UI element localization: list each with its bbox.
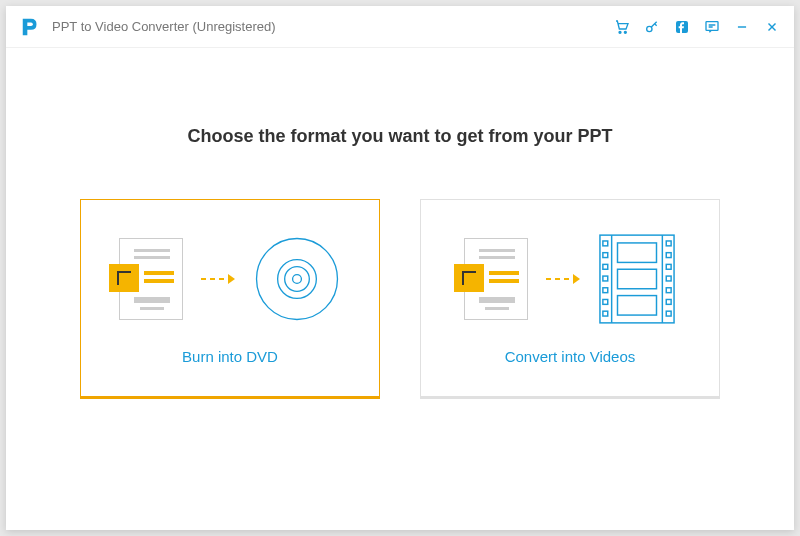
titlebar-actions — [614, 19, 780, 35]
key-icon[interactable] — [644, 19, 660, 35]
svg-point-2 — [647, 26, 652, 31]
close-icon[interactable] — [764, 19, 780, 35]
svg-rect-15 — [618, 243, 657, 262]
svg-rect-24 — [603, 311, 608, 316]
svg-rect-17 — [618, 296, 657, 316]
svg-rect-21 — [603, 276, 608, 281]
svg-rect-27 — [666, 264, 671, 269]
svg-point-9 — [278, 260, 317, 299]
svg-rect-25 — [666, 241, 671, 246]
svg-rect-18 — [603, 241, 608, 246]
svg-rect-26 — [666, 253, 671, 258]
svg-rect-30 — [666, 299, 671, 304]
titlebar: PPT to Video Converter (Unregistered) — [6, 6, 794, 48]
facebook-icon[interactable] — [674, 19, 690, 35]
arrow-icon — [546, 274, 580, 284]
minimize-icon[interactable] — [734, 19, 750, 35]
ppt-document-icon — [464, 238, 528, 320]
app-logo-icon — [20, 16, 42, 38]
svg-rect-22 — [603, 288, 608, 293]
dvd-graphic — [100, 224, 360, 334]
svg-point-0 — [619, 31, 621, 33]
svg-point-11 — [293, 275, 302, 284]
svg-rect-29 — [666, 288, 671, 293]
main-content: Choose the format you want to get from y… — [6, 48, 794, 530]
arrow-icon — [201, 274, 235, 284]
svg-point-1 — [624, 31, 626, 33]
option-label: Burn into DVD — [182, 348, 278, 365]
option-burn-dvd[interactable]: Burn into DVD — [80, 199, 380, 399]
format-options: Burn into DVD — [80, 199, 720, 399]
svg-point-10 — [285, 267, 310, 292]
svg-rect-20 — [603, 264, 608, 269]
shopping-cart-icon[interactable] — [614, 19, 630, 35]
svg-rect-23 — [603, 299, 608, 304]
svg-rect-16 — [618, 269, 657, 289]
app-window: PPT to Video Converter (Unregistered) — [6, 6, 794, 530]
feedback-icon[interactable] — [704, 19, 720, 35]
window-title: PPT to Video Converter (Unregistered) — [52, 19, 614, 34]
svg-rect-19 — [603, 253, 608, 258]
dvd-disc-icon — [253, 235, 341, 323]
svg-rect-28 — [666, 276, 671, 281]
option-label: Convert into Videos — [505, 348, 636, 365]
video-graphic — [440, 224, 700, 334]
page-heading: Choose the format you want to get from y… — [187, 126, 612, 147]
svg-rect-4 — [706, 21, 718, 30]
svg-rect-31 — [666, 311, 671, 316]
option-convert-video[interactable]: Convert into Videos — [420, 199, 720, 399]
video-film-icon — [598, 233, 676, 325]
ppt-document-icon — [119, 238, 183, 320]
svg-point-8 — [257, 239, 338, 320]
